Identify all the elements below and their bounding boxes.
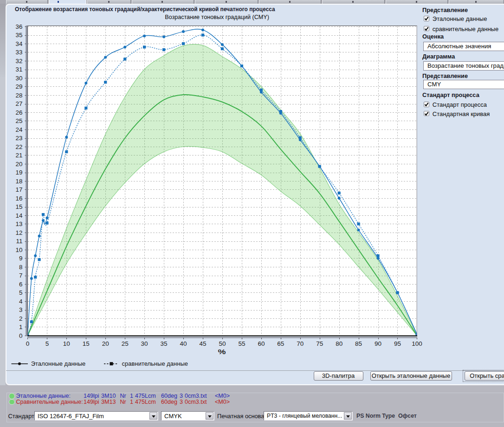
svg-text:90: 90 bbox=[375, 340, 381, 347]
svg-text:23: 23 bbox=[16, 135, 23, 142]
svg-text:30: 30 bbox=[141, 340, 148, 347]
svg-text:20: 20 bbox=[102, 340, 109, 347]
svg-text:0: 0 bbox=[26, 340, 30, 347]
svg-text:18: 18 bbox=[16, 178, 23, 185]
svg-text:9: 9 bbox=[19, 255, 22, 262]
svg-text:15: 15 bbox=[16, 203, 23, 210]
svg-text:40: 40 bbox=[180, 340, 187, 347]
svg-text:Эталонные данные: Эталонные данные bbox=[31, 360, 86, 367]
svg-text:17: 17 bbox=[16, 186, 23, 193]
svg-text:3: 3 bbox=[19, 306, 22, 313]
svg-text:36: 36 bbox=[16, 23, 23, 30]
svg-text:19: 19 bbox=[16, 169, 23, 176]
svg-text:10: 10 bbox=[16, 246, 23, 253]
svg-text:31: 31 bbox=[16, 66, 23, 73]
svg-text:16: 16 bbox=[16, 195, 23, 202]
svg-text:14: 14 bbox=[16, 212, 23, 219]
svg-text:28: 28 bbox=[16, 92, 23, 99]
svg-text:13: 13 bbox=[16, 220, 23, 227]
svg-text:7: 7 bbox=[19, 272, 22, 279]
svg-text:%: % bbox=[218, 348, 226, 356]
svg-text:1: 1 bbox=[19, 323, 22, 330]
svg-text:100: 100 bbox=[412, 340, 422, 347]
svg-text:32: 32 bbox=[16, 58, 23, 65]
svg-text:6: 6 bbox=[19, 281, 22, 288]
svg-text:35: 35 bbox=[16, 32, 23, 39]
svg-text:27: 27 bbox=[16, 100, 23, 107]
svg-text:33: 33 bbox=[16, 49, 23, 56]
svg-text:10: 10 bbox=[63, 340, 70, 347]
svg-text:35: 35 bbox=[161, 340, 168, 347]
svg-text:45: 45 bbox=[199, 340, 206, 347]
svg-text:85: 85 bbox=[355, 340, 362, 347]
svg-text:30: 30 bbox=[16, 75, 23, 82]
svg-text:20: 20 bbox=[16, 161, 23, 168]
svg-text:26: 26 bbox=[16, 109, 23, 116]
svg-text:сравнительные данные: сравнительные данные bbox=[122, 360, 188, 367]
svg-text:24: 24 bbox=[16, 126, 23, 133]
svg-text:5: 5 bbox=[19, 289, 22, 296]
svg-text:95: 95 bbox=[394, 340, 401, 347]
svg-text:21: 21 bbox=[16, 152, 23, 159]
svg-text:11: 11 bbox=[16, 238, 23, 245]
svg-text:75: 75 bbox=[316, 340, 323, 347]
svg-text:60: 60 bbox=[258, 340, 265, 347]
svg-text:8: 8 bbox=[19, 264, 22, 271]
svg-text:2: 2 bbox=[19, 315, 22, 322]
svg-text:5: 5 bbox=[45, 340, 49, 347]
svg-text:22: 22 bbox=[16, 143, 23, 150]
svg-text:25: 25 bbox=[16, 117, 23, 124]
svg-text:34: 34 bbox=[16, 40, 23, 47]
svg-text:0: 0 bbox=[19, 332, 22, 339]
svg-text:50: 50 bbox=[219, 340, 226, 347]
svg-text:65: 65 bbox=[277, 340, 284, 347]
svg-text:25: 25 bbox=[122, 340, 129, 347]
svg-text:4: 4 bbox=[19, 298, 23, 305]
svg-text:80: 80 bbox=[336, 340, 342, 347]
svg-text:12: 12 bbox=[16, 229, 23, 236]
svg-text:70: 70 bbox=[297, 340, 304, 347]
svg-text:55: 55 bbox=[238, 340, 245, 347]
svg-text:15: 15 bbox=[83, 340, 90, 347]
svg-text:29: 29 bbox=[16, 83, 23, 90]
